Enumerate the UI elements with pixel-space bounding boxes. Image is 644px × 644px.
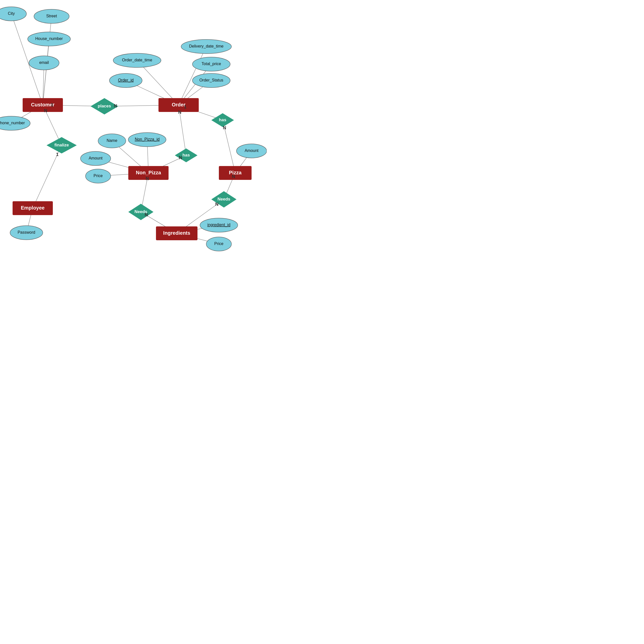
svg-text:N: N: [114, 103, 117, 108]
svg-text:1: 1: [56, 152, 59, 157]
svg-text:Total_price: Total_price: [202, 62, 221, 66]
attr-Delivery_date_time: Delivery_date_time: [181, 39, 231, 54]
attr-Order_date_time: Order_date_time: [113, 53, 161, 67]
attr-Total_price: Total_price: [192, 57, 230, 71]
svg-text:Order_date_time: Order_date_time: [122, 58, 152, 62]
svg-text:Price: Price: [214, 241, 224, 246]
entity-Customer: Customer: [23, 98, 63, 112]
attr-NonPizza_Amount: Amount: [81, 151, 111, 166]
svg-text:finalize: finalize: [54, 143, 69, 147]
svg-text:has: has: [182, 153, 190, 157]
attr-Order_id: Order_id: [109, 73, 142, 88]
svg-text:N: N: [44, 108, 47, 113]
rel-has_order_nonpizza: has: [175, 148, 197, 162]
attr-City: City: [0, 7, 26, 21]
svg-text:N: N: [178, 110, 181, 115]
entity-Pizza: Pizza: [219, 166, 252, 180]
svg-text:Non_Pizza: Non_Pizza: [136, 170, 161, 175]
svg-text:City: City: [8, 11, 15, 16]
svg-text:places: places: [98, 104, 111, 108]
svg-text:Delivery_date_time: Delivery_date_time: [189, 44, 224, 49]
attr-Street: Street: [34, 9, 69, 23]
svg-text:N: N: [223, 125, 226, 130]
attr-NonPizza_id: Non_Pizza_id: [128, 133, 166, 147]
svg-text:Non_Pizza_id: Non_Pizza_id: [135, 137, 160, 142]
svg-text:Needs: Needs: [217, 197, 230, 202]
svg-text:N: N: [215, 202, 218, 207]
svg-text:email: email: [39, 60, 49, 65]
svg-text:1: 1: [51, 102, 53, 107]
attr-Order_Status: Order_Status: [192, 73, 230, 88]
entity-Ingredients: Ingredients: [156, 226, 197, 240]
svg-text:Ingredients: Ingredients: [163, 230, 190, 236]
svg-text:phone_number: phone_number: [0, 121, 25, 125]
rel-finalize: finalize: [47, 137, 77, 153]
attr-House_number: House_number: [28, 32, 70, 46]
entity-Employee: Employee: [13, 201, 53, 215]
svg-text:Order_Status: Order_Status: [199, 78, 223, 83]
attr-phone_number: phone_number: [0, 116, 30, 130]
svg-text:ingredient_id: ingredient_id: [207, 223, 230, 227]
svg-text:Name: Name: [107, 138, 117, 143]
attr-Password: Password: [10, 226, 43, 240]
svg-text:House_number: House_number: [35, 36, 63, 41]
attr-NonPizza_Price: Price: [86, 169, 111, 183]
attr-NonPizza_Name: Name: [98, 134, 126, 148]
svg-text:Price: Price: [94, 174, 103, 178]
attr-email: email: [29, 56, 59, 70]
svg-text:N: N: [146, 176, 149, 181]
svg-text:Amount: Amount: [89, 156, 103, 160]
svg-text:Password: Password: [18, 230, 35, 234]
attr-ing_Price: Price: [206, 237, 231, 251]
svg-text:has: has: [219, 117, 226, 122]
rel-needs_nonpizza: Needs: [128, 204, 153, 220]
rel-has_order_pizza: has: [211, 113, 234, 127]
svg-text:Employee: Employee: [21, 205, 45, 211]
svg-text:Pizza: Pizza: [229, 170, 242, 175]
svg-text:Order_id: Order_id: [118, 78, 134, 83]
svg-text:N: N: [232, 174, 235, 179]
svg-text:Order: Order: [172, 102, 186, 107]
svg-text:1: 1: [184, 104, 186, 109]
svg-text:N: N: [145, 212, 148, 217]
svg-text:Street: Street: [46, 14, 57, 18]
svg-text:N: N: [179, 155, 182, 160]
attr-Pizza_Amount: Amount: [236, 144, 267, 158]
attr-ingredient_id: ingredient_id: [200, 218, 238, 232]
svg-text:Amount: Amount: [245, 148, 259, 153]
